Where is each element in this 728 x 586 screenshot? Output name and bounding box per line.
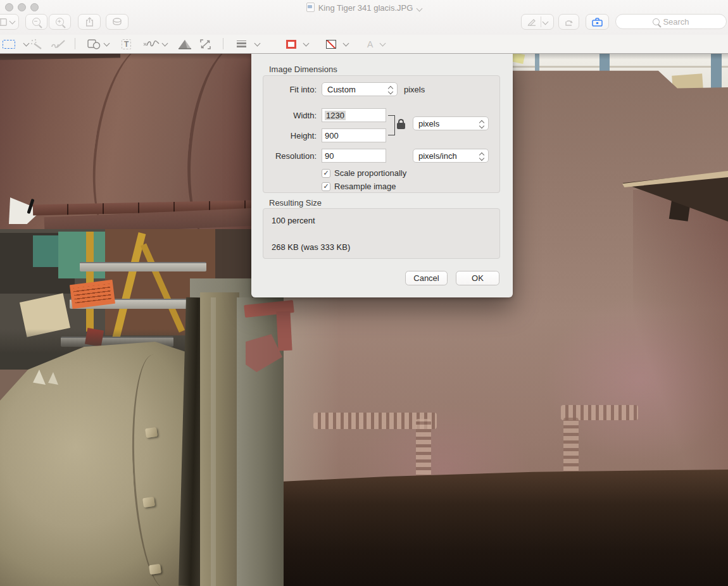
photo-dark-corner [215, 229, 253, 285]
rotate-icon [564, 18, 574, 27]
photo-bolt [149, 564, 161, 575]
sketch-icon [51, 39, 66, 49]
chevron-down-icon [303, 40, 310, 46]
chevron-down-icon [543, 19, 549, 25]
cancel-label: Cancel [413, 273, 439, 283]
size-unit-value: pixels [418, 119, 439, 128]
resolution-label: Resolution: [264, 151, 317, 161]
zoom-out-icon [32, 18, 41, 26]
annotate-pen-button[interactable] [521, 14, 554, 30]
text-tool[interactable]: T [122, 37, 131, 51]
photo-ladder-step [80, 262, 206, 271]
resolution-field[interactable]: 90 [322, 149, 386, 163]
chevron-down-icon [162, 40, 168, 46]
selection-tool[interactable] [3, 37, 28, 51]
adjust-size-icon [200, 39, 211, 49]
shapes-tool[interactable] [87, 37, 109, 51]
scale-proportionally-checkbox[interactable]: ✓ Scale proportionally [322, 168, 406, 178]
image-dimensions-dialog: Image Dimensions Fit into: Custom pixels… [251, 53, 513, 297]
resulting-percent: 100 percent [272, 216, 315, 225]
highlight-button[interactable] [106, 14, 129, 30]
ok-label: OK [472, 273, 484, 283]
resample-image-label: Resample image [334, 182, 396, 191]
photo-bolt [142, 497, 155, 508]
sign-icon [143, 39, 160, 49]
search-input[interactable]: Search [615, 14, 727, 29]
resolution-unit-value: pixels/inch [418, 151, 457, 161]
photo-flange [200, 292, 239, 586]
dialog-title: Image Dimensions [269, 65, 337, 74]
window-title-area[interactable]: King Tiger 341 glacis.JPG [0, 3, 728, 13]
resulting-size-title: Resulting Size [269, 198, 322, 208]
photo-skylight-rail [511, 66, 728, 68]
checkbox-check-icon: ✓ [322, 169, 330, 178]
sketch-tool[interactable] [51, 37, 66, 51]
chevron-down-icon [9, 18, 16, 24]
title-chevron-icon [417, 6, 423, 12]
scale-proportionally-label: Scale proportionally [334, 168, 406, 178]
lock-bracket [388, 115, 395, 135]
lock-icon [397, 123, 405, 129]
annotate-pen-icon [527, 18, 536, 26]
chevron-down-icon [380, 40, 386, 46]
resolution-unit-popup[interactable]: pixels/inch [413, 149, 489, 163]
adjust-size-tool[interactable] [200, 37, 211, 51]
photo-flange-highlight [211, 297, 216, 586]
text-style-icon: A [367, 39, 373, 49]
highlight-icon [112, 18, 122, 26]
photo-bottom-shadow-band [241, 470, 728, 586]
search-icon [653, 18, 660, 25]
stepper-icon [479, 151, 485, 161]
sidebar-view-button[interactable] [0, 14, 19, 30]
fill-color-icon [326, 40, 336, 49]
text-style-tool[interactable]: A [367, 37, 385, 51]
markup-toolbar: T A [0, 35, 728, 54]
size-unit-popup[interactable]: pixels [413, 116, 489, 130]
adjust-color-icon [179, 39, 192, 49]
fit-into-unit: pixels [404, 85, 425, 94]
width-label: Width: [264, 111, 317, 120]
markup-toolbox-button[interactable] [586, 14, 609, 30]
photo-bolt [145, 427, 158, 438]
document-icon [306, 3, 315, 12]
shapes-icon [87, 39, 101, 49]
width-value: 1230 [325, 111, 346, 120]
toolbar-divider [223, 38, 223, 49]
selection-icon [3, 40, 15, 49]
share-icon [85, 17, 94, 27]
stepper-icon [387, 85, 394, 95]
markup-toolbox-icon [592, 18, 603, 27]
shape-style-icon [237, 39, 246, 49]
photo-pink-hinge-vert [276, 311, 292, 351]
fill-color-tool[interactable] [326, 37, 348, 51]
text-tool-icon: T [122, 39, 131, 49]
rotate-button[interactable] [558, 14, 579, 30]
instant-alpha-tool[interactable] [30, 37, 42, 51]
sign-tool[interactable] [143, 37, 167, 51]
instant-alpha-icon [30, 39, 42, 49]
photo-shadow-swath [633, 190, 728, 487]
fit-into-popup[interactable]: Custom [322, 82, 398, 96]
ok-button[interactable]: OK [456, 271, 499, 285]
chevron-down-icon [254, 40, 261, 46]
window-title: King Tiger 341 glacis.JPG [318, 3, 413, 13]
fit-into-value: Custom [327, 85, 356, 94]
resulting-bytes: 268 KB (was 333 KB) [272, 242, 350, 252]
resample-image-checkbox[interactable]: ✓ Resample image [322, 182, 396, 191]
sidebar-view-icon [0, 18, 7, 26]
chevron-down-icon [23, 40, 30, 46]
zoom-in-button[interactable] [49, 14, 71, 30]
chevron-down-icon [343, 40, 349, 46]
fit-into-label: Fit into: [264, 85, 317, 94]
share-button[interactable] [78, 14, 101, 30]
width-field[interactable]: 1230 [322, 108, 386, 122]
stepper-icon [479, 119, 485, 129]
height-label: Height: [264, 131, 317, 140]
border-color-tool[interactable] [286, 37, 308, 51]
cancel-button[interactable]: Cancel [405, 271, 448, 285]
toolbar-divider [75, 38, 75, 49]
shape-style-tool[interactable] [237, 37, 260, 51]
adjust-color-tool[interactable] [179, 37, 192, 51]
height-field[interactable]: 900 [322, 128, 386, 142]
zoom-out-button[interactable] [25, 14, 47, 30]
